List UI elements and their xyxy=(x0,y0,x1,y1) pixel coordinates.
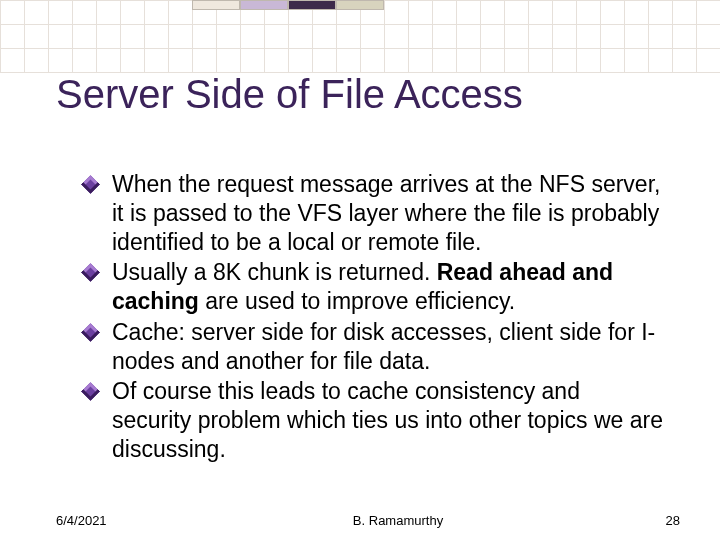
slide-title: Server Side of File Access xyxy=(56,72,680,116)
footer-date: 6/4/2021 xyxy=(56,513,176,528)
diamond-bullet-icon xyxy=(81,383,99,401)
tab-darkpurple xyxy=(288,0,336,10)
tab-khaki xyxy=(336,0,384,10)
list-item: Of course this leads to cache consistenc… xyxy=(84,377,664,463)
diamond-bullet-icon xyxy=(81,264,99,282)
slide-body: When the request message arrives at the … xyxy=(84,170,664,466)
footer-page: 28 xyxy=(620,513,680,528)
list-item: Usually a 8K chunk is returned. Read ahe… xyxy=(84,258,664,316)
bullet-text: When the request message arrives at the … xyxy=(112,170,664,256)
diamond-bullet-icon xyxy=(81,323,99,341)
slide-footer: 6/4/2021 B. Ramamurthy 28 xyxy=(56,513,680,528)
list-item: When the request message arrives at the … xyxy=(84,170,664,256)
footer-author: B. Ramamurthy xyxy=(176,513,620,528)
background-grid xyxy=(0,0,720,73)
bullet-text: Cache: server side for disk accesses, cl… xyxy=(112,318,664,376)
bullet-text: Of course this leads to cache consistenc… xyxy=(112,377,664,463)
diamond-bullet-icon xyxy=(81,175,99,193)
list-item: Cache: server side for disk accesses, cl… xyxy=(84,318,664,376)
color-tabs xyxy=(192,0,384,10)
bullet-text: Usually a 8K chunk is returned. Read ahe… xyxy=(112,258,664,316)
tab-beige xyxy=(192,0,240,10)
tab-purple xyxy=(240,0,288,10)
